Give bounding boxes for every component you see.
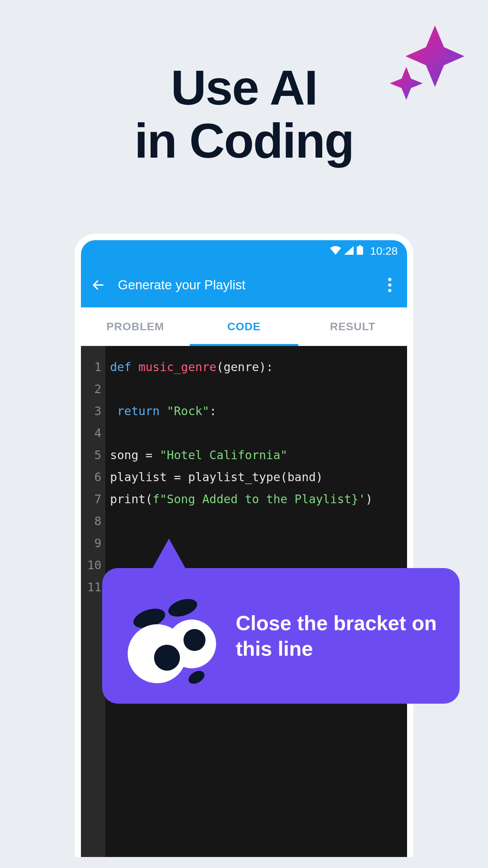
signal-icon (344, 245, 354, 257)
code-text: print( (110, 492, 152, 506)
svg-point-11 (186, 668, 207, 686)
phone-mockup: 10:28 Generate your Playlist PROBLEM COD… (75, 234, 413, 857)
status-bar: 10:28 (81, 240, 407, 262)
tab-bar: PROBLEM CODE RESULT (81, 307, 407, 346)
tab-label: PROBLEM (106, 320, 164, 333)
line-num: 9 (81, 532, 101, 554)
code-text: ) (365, 492, 372, 506)
tooltip-tail (149, 539, 189, 574)
battery-icon (357, 245, 363, 257)
line-num: 8 (81, 510, 101, 532)
line-num: 11 (81, 576, 101, 598)
keyword: return (117, 404, 160, 418)
app-title: Generate your Playlist (118, 278, 382, 292)
code-text: playlist = playlist_type(band) (110, 470, 323, 484)
ai-tooltip[interactable]: Close the bracket on this line (102, 568, 460, 704)
status-time: 10:28 (370, 245, 398, 257)
line-num: 10 (81, 554, 101, 576)
line-num: 6 (81, 466, 101, 488)
code-text: (genre): (216, 360, 273, 374)
line-num: 4 (81, 422, 101, 444)
headline-line-1: Use AI (171, 60, 317, 115)
svg-rect-0 (357, 246, 363, 255)
tooltip-text: Close the bracket on this line (236, 611, 440, 662)
tab-code[interactable]: CODE (190, 307, 299, 346)
code-text: : (209, 404, 216, 418)
kodie-mascot-icon (122, 585, 224, 687)
string: "Hotel California" (160, 448, 287, 462)
svg-rect-1 (359, 245, 361, 246)
hero-headline: Use AI in Coding (134, 61, 354, 167)
app-bar: Generate your Playlist (81, 262, 407, 307)
line-gutter: 1 2 3 4 5 6 7 8 9 10 11 (81, 346, 105, 857)
line-num: 7 (81, 488, 101, 510)
more-vert-icon[interactable] (382, 277, 398, 293)
function-name: music_genre (138, 360, 216, 374)
string: f"Song Added to the Playlist}' (152, 492, 365, 506)
wifi-icon (330, 245, 341, 257)
svg-point-2 (388, 278, 391, 281)
line-num: 5 (81, 444, 101, 466)
tab-label: CODE (227, 320, 261, 333)
keyword: def (110, 360, 131, 374)
headline-line-2: in Coding (134, 113, 354, 168)
svg-point-10 (183, 629, 205, 651)
svg-point-9 (154, 645, 180, 671)
tab-label: RESULT (330, 320, 376, 333)
back-icon[interactable] (90, 277, 106, 293)
line-num: 3 (81, 400, 101, 422)
line-num: 2 (81, 378, 101, 400)
line-num: 1 (81, 356, 101, 378)
svg-point-6 (166, 596, 200, 620)
tab-problem[interactable]: PROBLEM (81, 307, 190, 346)
svg-point-3 (388, 283, 391, 287)
svg-point-4 (388, 289, 391, 292)
string: "Rock" (167, 404, 209, 418)
code-text: song = (110, 448, 160, 462)
tab-result[interactable]: RESULT (298, 307, 407, 346)
sparkle-icon (390, 26, 464, 106)
